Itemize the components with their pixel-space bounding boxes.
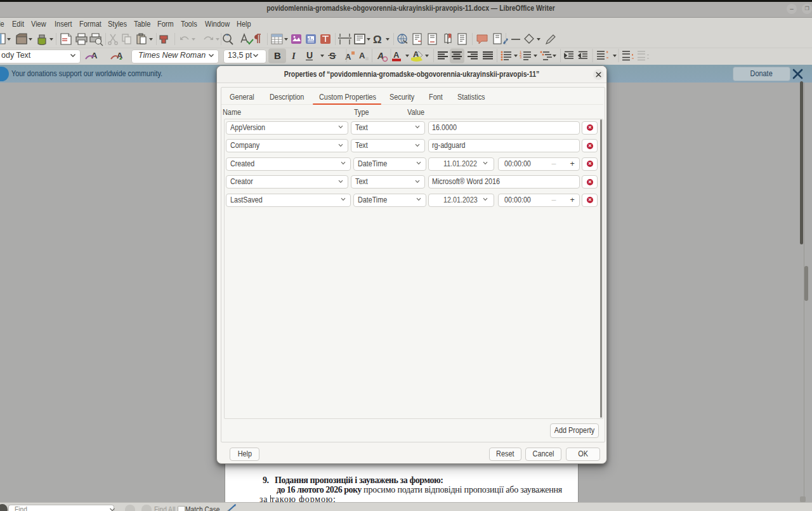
svg-text:A: A <box>393 50 400 60</box>
svg-text:A: A <box>359 51 365 60</box>
svg-text:Ω: Ω <box>373 34 382 46</box>
svg-text:3: 3 <box>520 55 522 59</box>
svg-text:B: B <box>274 50 281 61</box>
svg-text:I: I <box>291 51 296 61</box>
svg-text:U: U <box>306 50 313 60</box>
